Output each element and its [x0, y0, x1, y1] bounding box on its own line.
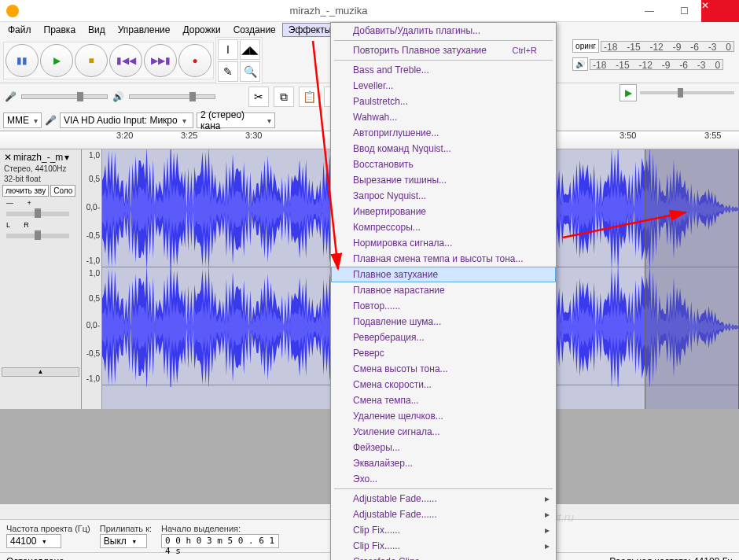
actual-rate-text: Реальная частота: 44100 Гц [609, 556, 733, 561]
maximize-button[interactable]: ☐ [667, 0, 701, 22]
menu-file[interactable]: Файл [2, 23, 38, 37]
audio-host-select[interactable]: MME [3, 112, 42, 128]
menu-item[interactable]: Ввод команд Nyquist... [331, 141, 556, 157]
menu-item[interactable]: Реверс [331, 345, 556, 361]
close-button[interactable]: ✕ [701, 0, 739, 22]
menu-item-add-plugins[interactable]: Добавить/Удалить плагины... [331, 23, 556, 39]
menu-item-submenu[interactable]: Crossfade Clips [331, 554, 556, 560]
rec-meter-label[interactable]: оринг [572, 39, 599, 53]
menu-item[interactable]: Leveller... [331, 78, 556, 94]
app-icon [6, 5, 19, 17]
menu-item[interactable]: Эквалайзер... [331, 455, 556, 471]
pause-button[interactable]: ▮▮ [6, 44, 39, 77]
menu-item-repeat-effect[interactable]: Повторить Плавное затуханиеCtrl+R [331, 42, 556, 58]
menu-item[interactable]: Paulstretch... [331, 94, 556, 109]
menu-item[interactable]: Вырезание тишины... [331, 172, 556, 188]
menu-item[interactable]: Восстановить [331, 157, 556, 172]
menu-item-submenu[interactable]: Clip Fix...... [331, 522, 556, 538]
zoom-tool[interactable]: 🔍 [240, 61, 260, 82]
menu-item[interactable]: Плавное нарастание [331, 282, 556, 298]
record-button[interactable]: ● [178, 44, 211, 77]
track-bits: 32-bit float [2, 174, 79, 184]
menu-item[interactable]: Подавление шума... [331, 314, 556, 330]
menu-item[interactable]: Плавная смена темпа и высоты тона... [331, 251, 556, 267]
menu-item[interactable]: Смена скорости... [331, 377, 556, 392]
track-menu-icon[interactable]: ▾ [64, 152, 69, 163]
stop-button[interactable]: ■ [75, 44, 108, 77]
copy-button[interactable]: ⧉ [274, 87, 294, 107]
menu-item[interactable]: Запрос Nyquist... [331, 188, 556, 204]
selection-region[interactable] [645, 149, 739, 409]
mic-icon: 🎤 [5, 91, 17, 102]
envelope-tool[interactable]: ◢◣ [240, 39, 260, 60]
snap-select[interactable]: Выкл ▾ [100, 534, 147, 548]
mute-button[interactable]: лючить зву [2, 185, 49, 197]
menu-item[interactable]: Смена высоты тона... [331, 361, 556, 377]
selection-start-input[interactable]: 0 0 h 0 3 m 5 0 . 6 1 4 s [161, 534, 279, 548]
menu-control[interactable]: Управление [112, 23, 177, 37]
track-close-icon[interactable]: ✕ [4, 152, 12, 163]
speaker-icon: 🔊 [112, 91, 124, 102]
track-control-panel[interactable]: ✕mirazh_-_m▾ Стерео, 44100Hz 32-bit floa… [0, 149, 82, 409]
project-rate-select[interactable]: 44100 ▾ [6, 534, 61, 548]
play-at-speed-button[interactable]: ▶ [620, 84, 637, 101]
menu-item[interactable]: Эхо... [331, 471, 556, 487]
ruler-tick: 3:25 [181, 131, 197, 140]
selection-tool[interactable]: I [218, 39, 238, 60]
ruler-tick: 3:30 [245, 131, 262, 140]
meters: оринг -18-15-12-9-6-30 🔊 -18-15-12-9-6-3… [572, 39, 734, 71]
menu-generate[interactable]: Создание [227, 23, 282, 37]
channels-select[interactable]: 2 (стерео) кана [197, 112, 275, 128]
input-device-select[interactable]: VIA HD Audio Input: Микро [60, 112, 193, 128]
play-meter-icon[interactable]: 🔊 [572, 57, 588, 71]
collapse-button[interactable]: ▲ [2, 367, 79, 377]
menu-item[interactable]: Усиление сигнала... [331, 424, 556, 440]
menu-item[interactable]: Плавное затухание [331, 267, 556, 282]
menu-item[interactable]: Удаление щелчков... [331, 408, 556, 424]
menu-effects[interactable]: Эффекты [282, 23, 338, 37]
gain-slider[interactable] [6, 212, 69, 216]
rec-meter[interactable]: -18-15-12-9-6-30 [601, 41, 734, 52]
menu-item[interactable]: Реверберация... [331, 330, 556, 345]
ruler-tick: 3:55 [704, 131, 721, 140]
play-meter[interactable]: -18-15-12-9-6-30 [590, 59, 723, 70]
menu-tracks[interactable]: Дорожки [177, 23, 227, 37]
menu-item-submenu[interactable]: Clip Fix...... [331, 538, 556, 554]
paste-button[interactable]: 📋 [299, 87, 319, 107]
solo-button[interactable]: Соло [50, 185, 75, 197]
speed-slider[interactable] [640, 91, 734, 94]
menu-item-submenu[interactable]: Adjustable Fade...... [331, 507, 556, 522]
menu-item[interactable]: Фейзеры... [331, 440, 556, 455]
selection-start-label: Начало выделения: [161, 524, 279, 533]
menu-item[interactable]: Нормировка сигнала... [331, 235, 556, 251]
skip-end-button[interactable]: ▶▶▮ [144, 44, 177, 77]
track-name: mirazh_-_m [13, 152, 63, 163]
menu-item[interactable]: Повтор...... [331, 298, 556, 314]
skip-start-button[interactable]: ▮◀◀ [109, 44, 142, 77]
track-format: Стерео, 44100Hz [2, 164, 79, 174]
vertical-scale[interactable]: 1,0 0,5 0,0- -0,5 -1,0 1,0 0,5 0,0- -0,5… [82, 149, 102, 409]
menu-item[interactable]: Автоприглушение... [331, 125, 556, 141]
menu-item[interactable]: Wahwah... [331, 109, 556, 125]
mic-icon-2: 🎤 [45, 115, 57, 126]
effects-dropdown-menu: Добавить/Удалить плагины... Повторить Пл… [330, 22, 557, 560]
menu-item[interactable]: Bass and Treble... [331, 62, 556, 78]
draw-tool[interactable]: ✎ [218, 61, 238, 82]
menu-item[interactable]: Смена темпа... [331, 392, 556, 408]
status-text: Остановлено. [6, 556, 67, 561]
menu-item-submenu[interactable]: Adjustable Fade...... [331, 491, 556, 507]
output-volume-slider[interactable] [129, 94, 215, 99]
minimize-button[interactable]: — [632, 0, 667, 22]
window-title: mirazh_-_muzika [25, 5, 632, 17]
menu-item[interactable]: Инвертирование [331, 204, 556, 219]
play-at-speed-toolbar: ▶ [620, 84, 734, 101]
input-volume-slider[interactable] [21, 94, 108, 99]
titlebar: mirazh_-_muzika — ☐ ✕ [0, 0, 739, 22]
ruler-tick: 3:50 [620, 131, 636, 140]
cut-button[interactable]: ✂ [248, 87, 269, 107]
menu-view[interactable]: Вид [82, 23, 112, 37]
pan-slider[interactable] [6, 234, 69, 238]
play-button[interactable]: ▶ [40, 44, 73, 77]
menu-edit[interactable]: Правка [38, 23, 83, 37]
menu-item[interactable]: Компрессоры... [331, 219, 556, 235]
